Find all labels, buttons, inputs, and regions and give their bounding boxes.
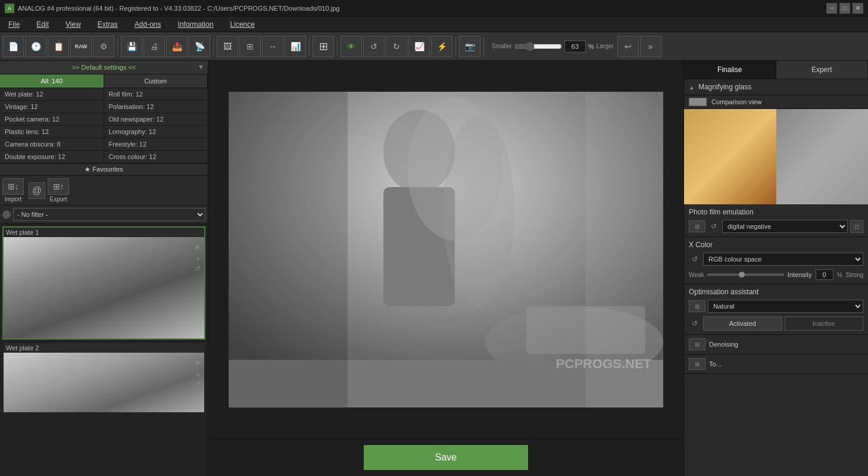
optimisation-section: Optimisation assistant ⊞ Natural ↺ Activ… — [684, 284, 868, 335]
preset-wet-plate-2-thumb — [4, 353, 204, 412]
menu-file[interactable]: File — [0, 18, 28, 31]
photo-film-select[interactable]: digital negative — [722, 220, 848, 233]
menu-information[interactable]: Information — [170, 18, 222, 31]
optimisation-select[interactable]: Natural — [708, 300, 863, 313]
weak-label: Weak — [689, 272, 704, 278]
cat-polarisation[interactable]: Polarisation: 12 — [104, 101, 208, 113]
export-btn[interactable]: ⊞↑ Export — [48, 178, 69, 203]
window-controls[interactable]: ─ □ ✕ — [826, 3, 863, 14]
tab-finalise[interactable]: Finalise — [684, 61, 776, 79]
toolbar-sep-2 — [213, 38, 214, 55]
preset-refresh-2[interactable]: ↺ — [195, 380, 201, 388]
photo-film-icon: ⊞ — [689, 220, 705, 232]
copy-button[interactable]: 📋 — [48, 36, 69, 57]
view-btn-3[interactable]: ↔ — [262, 36, 283, 57]
menu-licence[interactable]: Licence — [222, 18, 263, 31]
photo-film-extra-btn[interactable]: ⊡ — [850, 220, 863, 233]
photo-film-title: Photo film emulation — [689, 208, 863, 216]
rotate-button[interactable]: ↩ — [617, 36, 639, 57]
histogram-button[interactable]: 📈 — [408, 36, 430, 57]
app-icon: A — [5, 4, 14, 13]
x-color-select[interactable]: RGB colour space — [703, 253, 863, 266]
cat-freestyle[interactable]: Freestyle: 12 — [104, 138, 208, 151]
denoising-icon: ⊞ — [689, 338, 705, 350]
preset-wet-plate-2[interactable]: Wet plate 2 ★ + ↺ — [2, 342, 205, 413]
zoom-slider[interactable] — [514, 42, 562, 51]
favourites-header[interactable]: ★ Favourites — [0, 163, 208, 176]
share-button[interactable]: 📡 — [189, 36, 210, 57]
menu-edit[interactable]: Edit — [28, 18, 57, 31]
menu-extras[interactable]: Extras — [89, 18, 126, 31]
filter-select[interactable]: - No filter - — [13, 208, 205, 221]
comparison-toggle[interactable] — [689, 98, 707, 106]
optimisation-row: ⊞ Natural — [689, 300, 863, 313]
center-panel: PCPROGS.NET Save — [208, 61, 683, 476]
cat-double-exposure[interactable]: Double exposure: 12 — [0, 151, 104, 163]
optimisation-refresh[interactable]: ↺ — [689, 318, 701, 329]
cat-old-newspaper[interactable]: Old newspaper: 12 — [104, 113, 208, 126]
settings-button[interactable]: ⚙ — [93, 36, 114, 57]
history-button[interactable]: 🕐 — [25, 36, 46, 57]
menu-view[interactable]: View — [57, 18, 89, 31]
refresh-btn-tb[interactable]: ↺ — [363, 36, 385, 57]
view-btn-2[interactable]: ⊞ — [239, 36, 261, 57]
video-button[interactable]: 📷 — [459, 36, 480, 57]
eye-button[interactable]: 👁 — [341, 36, 362, 57]
x-color-section: X Color ↺ RGB colour space Weak Intensit… — [684, 237, 868, 284]
zoom-area: Smaller 63 % Larger — [492, 41, 614, 52]
import-btn[interactable]: ⊞↓ Import — [2, 178, 24, 203]
import-export-row: ⊞↓ Import @ ⊞↑ Export — [0, 176, 208, 206]
toolbar-sep-1 — [117, 38, 118, 55]
activated-button[interactable]: Activated — [703, 316, 782, 331]
cat-roll-film[interactable]: Roll film: 12 — [104, 88, 208, 101]
view-btn-1[interactable]: 🖼 — [217, 36, 238, 57]
preset-plus-1[interactable]: + — [196, 254, 201, 263]
right-tabs: Finalise Expert — [684, 61, 868, 79]
print-button[interactable]: 🖨 — [143, 36, 165, 57]
maximize-button[interactable]: □ — [839, 3, 850, 14]
menu-addons[interactable]: Add-ons — [126, 18, 170, 31]
raw-button[interactable]: RAW — [70, 36, 92, 57]
intensity-thumb[interactable] — [739, 272, 745, 278]
preset-list: Wet plate 1 ★ + ↺ Wet plate 2 ★ + ↺ — [0, 224, 208, 476]
more-button[interactable]: » — [640, 36, 661, 57]
left-panel: >> Default settings << ▼ All: 140 Custom… — [0, 61, 208, 476]
minimize-button[interactable]: ─ — [826, 3, 837, 14]
preset-star-2[interactable]: ★ — [194, 359, 201, 367]
preset-wet-plate-1[interactable]: Wet plate 1 ★ + ↺ — [2, 226, 205, 340]
panel-collapse-btn[interactable]: ▼ — [198, 63, 204, 70]
tab-custom[interactable]: Custom — [104, 74, 208, 88]
inactive-button[interactable]: Inactive — [785, 316, 864, 331]
x-color-refresh[interactable]: ↺ — [689, 253, 701, 265]
view-btn-5[interactable]: ⊞ — [313, 36, 334, 57]
toolbar-sep-6 — [483, 38, 484, 55]
cat-camera-obscura[interactable]: Camera obscura: 8 — [0, 138, 104, 151]
cat-pocket-camera[interactable]: Pocket camera: 12 — [0, 113, 104, 126]
cat-vintage[interactable]: Vintage: 12 — [0, 101, 104, 113]
photo-film-section: Photo film emulation ⊞ ↺ digital negativ… — [684, 204, 868, 237]
tab-all[interactable]: All: 140 — [0, 74, 104, 88]
export-icon[interactable]: ⊞↑ — [48, 178, 69, 195]
cat-plastic-lens[interactable]: Plastic lens: 12 — [0, 126, 104, 138]
at-icon-btn[interactable]: @ — [29, 182, 45, 199]
tab-expert[interactable]: Expert — [776, 61, 869, 79]
import-icon[interactable]: ⊞↓ — [2, 178, 24, 195]
at-icon: @ — [29, 182, 45, 199]
view-btn-4[interactable]: 📊 — [285, 36, 306, 57]
panel-header-text: >> Default settings << — [72, 64, 136, 71]
export-btn-tb[interactable]: 📤 — [166, 36, 188, 57]
cat-wet-plate[interactable]: Wet plate: 12 — [0, 88, 104, 101]
preset-plus-2[interactable]: + — [196, 369, 201, 379]
preset-refresh-1[interactable]: ↺ — [195, 265, 201, 273]
cat-lomography[interactable]: Lomography: 12 — [104, 126, 208, 138]
category-grid: Wet plate: 12 Roll film: 12 Vintage: 12 … — [0, 88, 208, 163]
new-button[interactable]: 📄 — [2, 36, 24, 57]
close-button[interactable]: ✕ — [853, 3, 863, 14]
save-btn-tb[interactable]: 💾 — [121, 36, 142, 57]
settings2-button[interactable]: ⚡ — [431, 36, 452, 57]
sync-button[interactable]: ↻ — [386, 36, 407, 57]
preset-star-1[interactable]: ★ — [194, 243, 201, 251]
cat-cross-colour[interactable]: Cross colour: 12 — [104, 151, 208, 163]
photo-film-refresh[interactable]: ↺ — [708, 220, 720, 232]
save-button[interactable]: Save — [364, 445, 528, 470]
